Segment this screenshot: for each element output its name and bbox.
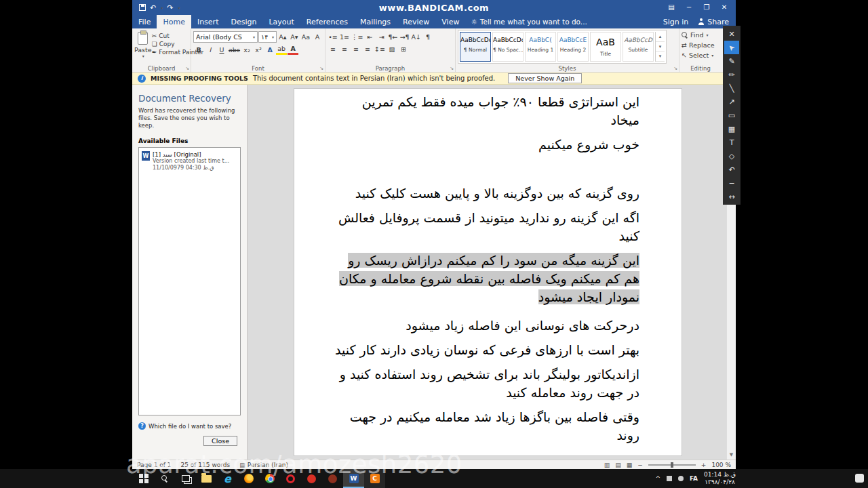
dark-app-button[interactable] bbox=[322, 469, 343, 488]
toolbar-minimize-icon[interactable]: − bbox=[724, 176, 739, 190]
zoom-out-icon[interactable]: − bbox=[637, 462, 643, 468]
text-tool-icon[interactable]: T bbox=[724, 136, 739, 149]
grow-font-button[interactable]: A▴ bbox=[277, 32, 288, 43]
tab-design[interactable]: Design bbox=[224, 15, 262, 28]
close-icon[interactable]: ✕ bbox=[715, 0, 733, 15]
font-launcher-icon[interactable]: ↘ bbox=[319, 66, 323, 71]
gallery-down-icon[interactable]: ▾ bbox=[656, 42, 665, 52]
rectangle-tool-icon[interactable]: ▭ bbox=[724, 108, 739, 122]
line-spacing-button[interactable]: ↕≡ bbox=[374, 43, 386, 54]
opera-button[interactable] bbox=[280, 469, 301, 488]
rtl-direction-button[interactable]: ¶← bbox=[387, 31, 398, 42]
shrink-font-button[interactable]: A▾ bbox=[289, 32, 300, 43]
scroll-down-icon[interactable]: ▼ bbox=[727, 451, 736, 460]
tab-review[interactable]: Review bbox=[397, 15, 435, 28]
red-app-button[interactable] bbox=[301, 469, 322, 488]
web-layout-icon[interactable]: ▦ bbox=[627, 462, 633, 468]
numbering-button[interactable]: 1≡ bbox=[339, 31, 350, 42]
never-show-again-button[interactable]: Never Show Again bbox=[508, 73, 582, 83]
clear-formatting-button[interactable]: A bbox=[312, 32, 323, 43]
bullets-button[interactable]: •≡ bbox=[328, 31, 338, 42]
taskbar-clock[interactable]: 01:14 ق.ظ ۱۳۹۸/۰۴/۲۸ bbox=[704, 471, 736, 486]
recovery-close-button[interactable]: Close bbox=[203, 436, 237, 446]
select-button[interactable]: ↖ Select ▾ bbox=[682, 50, 719, 60]
tab-layout[interactable]: Layout bbox=[262, 15, 300, 28]
borders-button[interactable]: ⊞ bbox=[398, 43, 409, 54]
language-indicator[interactable]: FA bbox=[690, 475, 698, 482]
cursor-tool-icon[interactable]: ➤ bbox=[724, 41, 739, 54]
start-button[interactable] bbox=[133, 469, 154, 488]
mosaic-tool-icon[interactable]: ▦ bbox=[724, 122, 739, 136]
pen-tool-icon[interactable]: ✎ bbox=[724, 54, 739, 68]
taskbar-search-button[interactable] bbox=[154, 469, 175, 488]
restore-icon[interactable]: ❐ bbox=[698, 0, 715, 15]
replace-button[interactable]: ⇄ Replace bbox=[682, 40, 719, 50]
file-explorer-button[interactable] bbox=[196, 469, 217, 488]
tell-me-box[interactable]: ☼ Tell me what you want to do... bbox=[465, 15, 592, 28]
sort-button[interactable]: A↓ bbox=[411, 31, 422, 42]
style-subtitle[interactable]: AaBbCcD Subtitle bbox=[623, 32, 654, 62]
chrome-button[interactable] bbox=[259, 469, 280, 488]
align-left-button[interactable]: ≡ bbox=[328, 43, 338, 54]
undo-dropdown-icon[interactable]: ▾ bbox=[161, 5, 163, 10]
zoom-slider[interactable] bbox=[648, 464, 696, 466]
line-tool-icon[interactable]: ╲ bbox=[724, 81, 739, 95]
align-right-button[interactable]: ≡ bbox=[351, 43, 361, 54]
show-marks-button[interactable]: ¶ bbox=[422, 31, 433, 42]
qat-customize-icon[interactable]: ▾ bbox=[178, 5, 180, 10]
style-no-spacing[interactable]: AaBbCcDc ¶ No Spac... bbox=[492, 32, 524, 62]
bandicam-taskbar-button[interactable]: C bbox=[364, 469, 385, 488]
gallery-up-icon[interactable]: ▴ bbox=[656, 32, 665, 42]
tray-app-icon[interactable] bbox=[678, 476, 684, 481]
recovered-file-item[interactable]: W سند [1] [Original] Version created las… bbox=[142, 151, 237, 171]
tab-mailings[interactable]: Mailings bbox=[354, 15, 397, 28]
font-name-combo[interactable]: Arial (Body CS▾ bbox=[193, 31, 258, 43]
font-color-button[interactable]: A bbox=[288, 44, 298, 55]
tray-app-icon[interactable] bbox=[667, 476, 672, 481]
font-size-combo[interactable]: ۱۴▾ bbox=[258, 31, 277, 43]
align-center-button[interactable]: ≡ bbox=[339, 43, 350, 54]
save-icon[interactable] bbox=[139, 4, 146, 11]
undo-tool-icon[interactable]: ↶ bbox=[724, 163, 739, 176]
task-view-button[interactable] bbox=[175, 469, 196, 488]
ribbon-display-options-icon[interactable]: ▤ bbox=[663, 0, 680, 15]
text-effects-button[interactable]: A bbox=[264, 44, 275, 55]
tab-file[interactable]: File bbox=[132, 15, 157, 28]
strikethrough-button[interactable]: abc bbox=[228, 44, 241, 55]
print-layout-icon[interactable]: ▤ bbox=[615, 462, 621, 468]
word-count[interactable]: 25 of 115 words bbox=[181, 462, 231, 468]
style-title[interactable]: AaB Title bbox=[590, 32, 621, 62]
toolbar-move-icon[interactable]: ↔ bbox=[724, 190, 739, 203]
marker-tool-icon[interactable]: ✏ bbox=[724, 68, 739, 81]
language-status[interactable]: ▤ Persian (Iran) bbox=[239, 462, 288, 468]
undo-icon[interactable]: ↶ bbox=[150, 3, 156, 12]
document-page[interactable]: این استراتژی قطعا ۹۰٪ جواب میده فقط یکم … bbox=[294, 88, 682, 456]
sign-in-link[interactable]: Sign in bbox=[663, 18, 689, 26]
zoom-in-icon[interactable]: + bbox=[701, 462, 707, 468]
multilevel-list-button[interactable]: ⋮≡ bbox=[351, 31, 363, 42]
firefox-button[interactable] bbox=[238, 469, 259, 488]
subscript-button[interactable]: x₂ bbox=[241, 44, 252, 55]
tray-expand-icon[interactable]: ^ bbox=[655, 475, 660, 482]
increase-indent-button[interactable]: ⇥ bbox=[376, 31, 387, 42]
shading-button[interactable]: ▨ bbox=[387, 43, 397, 54]
styles-launcher-icon[interactable]: ↘ bbox=[673, 66, 677, 71]
paste-button[interactable]: Paste ▾ bbox=[134, 30, 152, 64]
superscript-button[interactable]: x² bbox=[253, 44, 264, 55]
which-file-help-link[interactable]: ? Which file do I want to save? bbox=[138, 422, 231, 430]
clipboard-launcher-icon[interactable]: ↘ bbox=[185, 66, 189, 71]
toolbar-close-icon[interactable]: ✕ bbox=[724, 27, 739, 41]
arrow-tool-icon[interactable]: ↗ bbox=[724, 95, 739, 108]
style-heading1[interactable]: AaBbC( Heading 1 bbox=[525, 32, 556, 62]
zoom-level[interactable]: 100 % bbox=[711, 462, 731, 468]
underline-button[interactable]: U bbox=[216, 44, 227, 55]
ltr-direction-button[interactable]: →¶ bbox=[399, 31, 410, 42]
gallery-more-icon[interactable]: ▾ bbox=[656, 52, 665, 62]
tab-home[interactable]: Home bbox=[157, 15, 191, 28]
style-normal[interactable]: AaBbCcDc ¶ Normal bbox=[460, 32, 491, 62]
tab-view[interactable]: View bbox=[435, 15, 465, 28]
find-button[interactable]: Find ▾ bbox=[682, 30, 719, 40]
internet-explorer-button[interactable]: e bbox=[217, 469, 238, 488]
zoom-slider-thumb[interactable] bbox=[671, 462, 673, 468]
justify-button[interactable]: ≡ bbox=[362, 43, 373, 54]
